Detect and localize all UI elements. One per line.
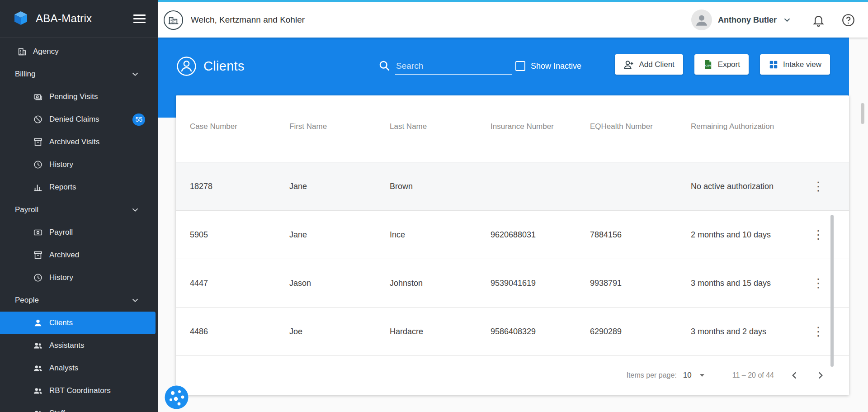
items-per-page-select[interactable]: 10 <box>683 371 704 380</box>
cell-first-name: Jason <box>289 279 390 288</box>
bar-chart-icon <box>33 182 43 192</box>
table-scrollbar-thumb[interactable] <box>830 215 834 367</box>
sidebar-item-payroll-history[interactable]: History <box>0 266 158 289</box>
table-row[interactable]: 4486 Joe Hardacre 9586408329 6290289 3 m… <box>176 308 849 356</box>
cell-eqhealth-number: 9938791 <box>590 279 691 288</box>
sidebar-item-archived-visits[interactable]: Archived Visits <box>0 131 158 153</box>
sidebar-item-assistants[interactable]: Assistants <box>0 334 158 357</box>
sidebar-item-payroll-archived[interactable]: Archived <box>0 244 158 266</box>
sidebar-item-label: Denied Claims <box>49 115 99 124</box>
sidebar-item-agency[interactable]: Agency <box>0 40 158 63</box>
sidebar-item-label: Agency <box>33 47 59 56</box>
sidebar-item-pending-visits[interactable]: Pending Visits <box>0 85 158 108</box>
cell-eqhealth-number: 7884156 <box>590 230 691 240</box>
sidebar-item-label: Clients <box>49 318 73 327</box>
cell-first-name: Joe <box>289 327 390 336</box>
sidebar-item-payroll[interactable]: Payroll <box>0 221 158 244</box>
chevron-down-icon <box>130 205 140 215</box>
cell-first-name: Jane <box>289 230 390 240</box>
people-icon <box>33 341 43 350</box>
add-client-label: Add Client <box>639 60 674 69</box>
cell-remaining-authorization: 3 months and 2 days <box>691 327 806 336</box>
sidebar-header: ABA-Matrix <box>0 0 158 38</box>
avatar <box>691 9 712 30</box>
sidebar-item-label: History <box>49 160 73 169</box>
cell-remaining-authorization: 3 months and 15 days <box>691 279 806 288</box>
sidebar-item-staff[interactable]: Staff <box>0 402 158 412</box>
show-inactive-checkbox[interactable] <box>515 61 525 71</box>
column-header-eqhealth-number: EQHealth Number <box>590 122 691 131</box>
sidebar-item-label: History <box>49 273 73 282</box>
search-input[interactable] <box>395 59 512 75</box>
sidebar-item-denied-claims[interactable]: Denied Claims 55 <box>0 108 158 131</box>
top-header: Welch, Kertzmann and Kohler Anthony Butl… <box>158 0 868 38</box>
cell-insurance-number: 9539041619 <box>491 279 590 288</box>
sidebar-section-label: Payroll <box>15 205 38 214</box>
sidebar-section-label: People <box>15 296 39 305</box>
sidebar-section-people[interactable]: People <box>0 289 158 312</box>
sidebar-item-rbt-coordinators[interactable]: RBT Coordinators <box>0 379 158 402</box>
sidebar-section-billing[interactable]: Billing <box>0 63 158 85</box>
sidebar-item-billing-history[interactable]: History <box>0 153 158 176</box>
help-icon[interactable] <box>841 13 855 27</box>
people-icon <box>33 386 43 396</box>
sidebar-item-reports[interactable]: Reports <box>0 176 158 199</box>
cell-first-name: Jane <box>289 182 390 191</box>
sidebar-item-label: RBT Coordinators <box>49 386 111 395</box>
cookie-widget-icon[interactable] <box>164 384 189 410</box>
table-header-row: Case Number First Name Last Name Insuran… <box>176 118 849 136</box>
show-inactive-label: Show Inactive <box>531 62 581 71</box>
table-row[interactable]: 4447 Jason Johnston 9539041619 9938791 3… <box>176 259 849 308</box>
previous-page-button[interactable] <box>788 369 800 381</box>
agency-name: Welch, Kertzmann and Kohler <box>191 15 305 25</box>
cell-remaining-authorization: 2 months and 10 days <box>691 230 806 240</box>
cell-last-name: Hardacre <box>390 327 491 336</box>
sidebar-item-analysts[interactable]: Analysts <box>0 357 158 379</box>
sidebar-item-label: Archived Visits <box>49 137 99 147</box>
person-silhouette-icon <box>694 12 709 28</box>
table-row[interactable]: 5905 Jane Ince 9620688031 7884156 2 mont… <box>176 211 849 259</box>
denied-claims-count-badge: 55 <box>132 114 145 126</box>
row-menu-icon[interactable]: ⋮ <box>806 229 831 241</box>
csv-file-icon: CSV <box>703 59 713 70</box>
sidebar-item-label: Pending Visits <box>49 92 98 101</box>
sidebar-nav: Agency Billing Pending Visits Denied Cla… <box>0 38 158 412</box>
cell-case-number: 4486 <box>190 327 289 336</box>
payments-icon <box>33 92 43 102</box>
page-scrollbar-thumb[interactable] <box>861 103 864 124</box>
cell-last-name: Brown <box>390 182 491 191</box>
export-button[interactable]: CSV Export <box>694 54 749 75</box>
cell-case-number: 5905 <box>190 230 289 240</box>
sidebar-item-label: Archived <box>49 251 79 260</box>
sidebar-item-label: Analysts <box>49 364 78 373</box>
row-menu-icon[interactable]: ⋮ <box>806 180 831 193</box>
menu-toggle-icon[interactable] <box>133 14 146 23</box>
column-header-first-name: First Name <box>289 122 390 131</box>
table-row-partial: ⋮ <box>176 136 849 162</box>
archive-icon <box>33 250 43 260</box>
grid-view-icon <box>769 60 778 70</box>
chevron-down-icon <box>782 15 792 25</box>
cell-last-name: Johnston <box>390 279 491 288</box>
user-menu[interactable]: Anthony Butler <box>691 9 792 30</box>
sidebar-item-clients[interactable]: Clients <box>0 312 156 334</box>
items-per-page-label: Items per page: <box>627 371 677 379</box>
row-menu-icon[interactable]: ⋮ <box>806 277 831 289</box>
cell-case-number: 4447 <box>190 279 289 288</box>
app-title: ABA-Matrix <box>36 12 92 25</box>
table-row[interactable]: 18278 Jane Brown No active authorization… <box>176 162 849 211</box>
notifications-bell-icon[interactable] <box>812 14 825 27</box>
person-add-icon <box>623 59 634 70</box>
row-menu-icon[interactable]: ⋮ <box>806 326 831 338</box>
sidebar-section-payroll[interactable]: Payroll <box>0 199 158 221</box>
intake-view-button[interactable]: Intake view <box>760 54 830 75</box>
add-client-button[interactable]: Add Client <box>615 54 683 75</box>
next-page-button[interactable] <box>815 369 826 381</box>
page-title-group: Clients <box>176 56 245 76</box>
chevron-down-icon <box>130 295 140 305</box>
cell-remaining-authorization: No active authorization <box>691 182 806 191</box>
show-inactive-toggle[interactable]: Show Inactive <box>515 61 581 71</box>
money-icon <box>33 227 43 237</box>
chevron-right-icon <box>815 369 826 381</box>
cell-insurance-number: 9586408329 <box>491 327 590 336</box>
